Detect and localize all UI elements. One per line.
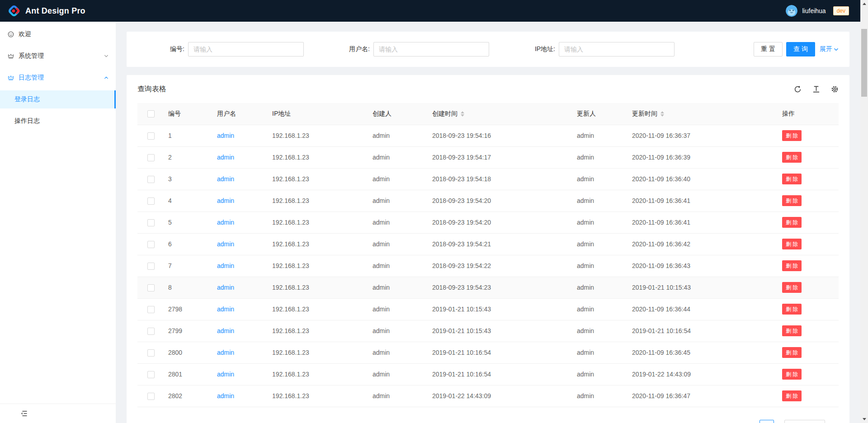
username-input[interactable] [373,42,489,56]
field-username: 用户名: [323,42,508,56]
cell-created: 2018-09-23 19:54:20 [429,212,573,233]
row-checkbox[interactable] [147,197,155,205]
column-header-created[interactable]: 创建时间 [429,103,573,125]
username-link[interactable]: admin [217,240,234,248]
username-link[interactable]: admin [217,306,234,313]
sort-icon[interactable] [660,111,664,117]
cell-creator: admin [369,168,429,190]
row-checkbox[interactable] [147,132,155,140]
pagination-page-1[interactable] [760,420,774,423]
row-checkbox[interactable] [147,371,155,378]
username-link[interactable]: admin [217,349,234,356]
page-size-select[interactable] [784,420,825,423]
cell-ip: 192.168.1.23 [269,146,369,168]
delete-button[interactable]: 删 除 [782,239,802,249]
cell-id: 7 [165,255,213,277]
reset-button[interactable]: 重 置 [754,42,783,56]
expand-link[interactable]: 展开 [820,45,839,53]
cell-creator: admin [369,212,429,233]
sidebar-item-operation-log[interactable]: 操作日志 [0,112,116,130]
row-checkbox[interactable] [147,154,155,161]
scrollbar-up-arrow[interactable] [860,0,868,8]
delete-button[interactable]: 删 除 [782,347,802,358]
column-header-username: 用户名 [213,103,269,125]
cell-created: 2019-01-21 10:15:43 [429,298,573,320]
row-checkbox[interactable] [147,328,155,335]
sidebar-item-system-management[interactable]: 系统管理 [0,47,116,65]
field-ip: IP地址: [508,42,693,56]
delete-button[interactable]: 删 除 [782,304,802,315]
delete-button[interactable]: 删 除 [782,152,802,163]
username-link[interactable]: admin [217,132,234,139]
table-body: 1 admin 192.168.1.23 admin 2018-09-23 19… [137,125,839,407]
username-link[interactable]: admin [217,262,234,269]
cell-creator: admin [369,298,429,320]
cell-id: 5 [165,212,213,233]
select-all-checkbox[interactable] [147,110,155,118]
cell-ip: 192.168.1.23 [269,168,369,190]
username-link[interactable]: admin [217,371,234,378]
menu-fold-icon[interactable] [20,410,28,417]
expand-link-label: 展开 [820,45,832,53]
reload-icon[interactable] [794,85,802,93]
delete-button[interactable]: 删 除 [782,390,802,401]
delete-button[interactable]: 删 除 [782,130,802,141]
app-logo[interactable]: Ant Design Pro [7,4,85,18]
table-header-row: 编号 用户名 IP地址 创建人 创建时间 更新人 更新时间 操作 [137,103,839,125]
username-link[interactable]: admin [217,284,234,291]
username-link[interactable]: admin [217,392,234,400]
sidebar-item-log-management[interactable]: 日志管理 [0,69,116,87]
delete-button[interactable]: 删 除 [782,195,802,206]
delete-button[interactable]: 删 除 [782,217,802,228]
density-icon[interactable] [812,85,820,93]
cell-id: 4 [165,190,213,212]
row-checkbox[interactable] [147,349,155,357]
sort-icon[interactable] [461,111,464,117]
username-link[interactable]: admin [217,197,234,204]
row-checkbox[interactable] [147,284,155,291]
scrollbar-thumb[interactable] [861,29,867,97]
cell-id: 2802 [165,385,213,407]
scrollbar-down-arrow[interactable] [860,415,868,423]
ip-input[interactable] [559,42,675,56]
cell-creator: admin [369,146,429,168]
id-input[interactable] [188,42,304,56]
cell-updater: admin [573,233,628,255]
cell-id: 2798 [165,298,213,320]
row-checkbox[interactable] [147,263,155,270]
row-checkbox[interactable] [147,393,155,400]
cell-updater: admin [573,385,628,407]
table-card: 查询表格 [127,75,849,423]
search-actions: 重 置 查 询 展开 [754,42,839,56]
row-checkbox[interactable] [147,306,155,313]
cell-creator: admin [369,125,429,146]
delete-button[interactable]: 删 除 [782,282,802,293]
table-row: 2802 admin 192.168.1.23 admin 2019-01-22… [137,385,839,407]
cell-id: 2 [165,146,213,168]
user-name[interactable]: liufeihua [802,7,826,14]
username-link[interactable]: admin [217,154,234,161]
delete-button[interactable]: 删 除 [782,325,802,336]
column-header-id: 编号 [165,103,213,125]
browser-scrollbar[interactable] [860,0,868,423]
username-link[interactable]: admin [217,327,234,334]
ant-design-logo-icon [7,4,21,18]
delete-button[interactable]: 删 除 [782,174,802,184]
table-row: 8 admin 192.168.1.23 admin 2018-09-23 19… [137,277,839,298]
username-link[interactable]: admin [217,175,234,183]
delete-button[interactable]: 删 除 [782,260,802,271]
log-table: 编号 用户名 IP地址 创建人 创建时间 更新人 更新时间 操作 1 admin [137,103,839,407]
table-row: 3 admin 192.168.1.23 admin 2018-09-23 19… [137,168,839,190]
username-link[interactable]: admin [217,219,234,226]
user-avatar[interactable] [786,5,797,17]
sidebar-item-welcome[interactable]: 欢迎 [0,25,116,43]
row-checkbox[interactable] [147,176,155,183]
sidebar-item-login-log[interactable]: 登录日志 [0,90,116,108]
row-checkbox[interactable] [147,241,155,248]
settings-gear-icon[interactable] [831,85,839,93]
column-header-updated[interactable]: 更新时间 [628,103,778,125]
row-checkbox[interactable] [147,219,155,226]
cell-created: 2018-09-23 19:54:17 [429,146,573,168]
query-button[interactable]: 查 询 [786,42,815,56]
delete-button[interactable]: 删 除 [782,369,802,380]
